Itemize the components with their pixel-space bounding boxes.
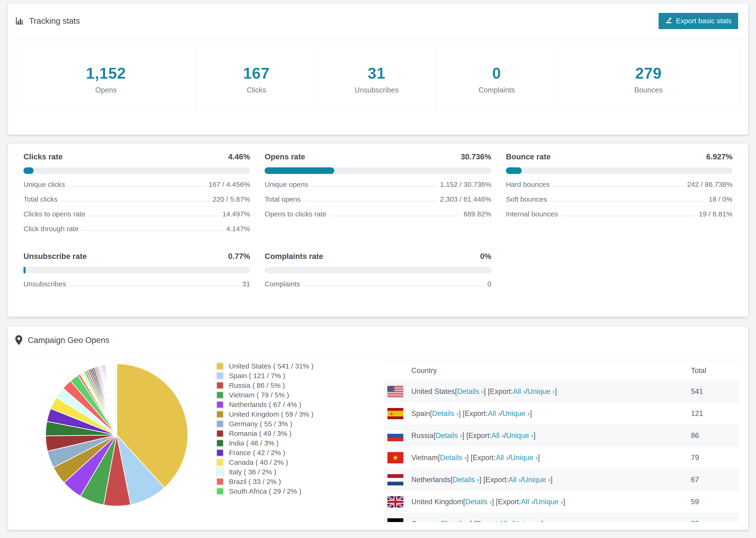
export-all-link[interactable]: All › — [491, 431, 504, 440]
separator-text: / — [500, 409, 503, 418]
legend-swatch-germany — [216, 420, 224, 428]
stat-row-value: 242 / 86.738% — [687, 180, 732, 189]
stat-row-value: 31 — [242, 280, 250, 288]
bounce-rate-head: Bounce rate6.927% — [506, 152, 732, 161]
opens-rate-head: Opens rate30.736% — [265, 152, 491, 161]
legend-item-brazil: Brazil ( 33 / 2% ) — [216, 477, 313, 486]
opens-rate-block: Opens rate30.736%Unique opens1,152 / 30.… — [265, 152, 491, 233]
dotted-leader — [61, 201, 209, 201]
unsubscribe-rate-progress-fill — [24, 267, 26, 273]
separator-text: / — [521, 476, 523, 484]
geo-opens-pie-chart — [45, 363, 189, 507]
export-unique-link[interactable]: Unique › — [506, 431, 533, 440]
country-name: United Kingdom — [411, 498, 463, 506]
legend-label-italy: Italy ( 36 / 2% ) — [229, 468, 276, 476]
tracking-stats-title-group: Tracking stats — [15, 16, 80, 26]
clicks-rate-rows: Unique clicks167 / 4.456%Total clicks220… — [24, 180, 250, 233]
details-link[interactable]: Details › — [453, 476, 479, 484]
dotted-leader — [88, 216, 219, 216]
country-name: Vietnam — [411, 454, 438, 462]
stat-value-clicks: 167 — [243, 64, 270, 82]
country-total: 55 — [691, 520, 699, 522]
stat-row-label: Unsubscribes — [24, 280, 66, 288]
vietnam-flag-icon — [387, 452, 404, 463]
export-unique-link[interactable]: Unique › — [523, 476, 551, 484]
export-all-link[interactable]: All › — [496, 454, 508, 462]
stat-label-complaints: Complaints — [478, 86, 515, 94]
legend-swatch-india — [216, 439, 224, 447]
bounce-rate-title: Bounce rate — [506, 152, 551, 161]
stat-row-click-through-rate: Click through rate4.147% — [24, 225, 250, 233]
details-link[interactable]: Details › — [432, 409, 459, 418]
dotted-leader — [311, 186, 437, 187]
geo-table-header-row: CountryTotal — [384, 361, 739, 381]
export-basic-stats-button[interactable]: Export basic stats — [659, 13, 738, 29]
export-all-link[interactable]: All › — [521, 498, 533, 506]
export-all-link[interactable]: All › — [509, 476, 521, 484]
bracket-text: [ — [451, 476, 453, 484]
bracket-text: ] — [555, 387, 557, 396]
stat-row-soft-bounces: Soft bounces18 / 0% — [506, 195, 732, 203]
bracket-text: [ — [430, 409, 432, 418]
separator-text: / — [508, 454, 511, 462]
rates-card: Clicks rate4.46%Unique clicks167 / 4.456… — [8, 144, 748, 317]
tracking-stats-title: Tracking stats — [29, 16, 80, 26]
stat-row-value: 2,303 / 61.446% — [440, 195, 491, 203]
dotted-leader — [82, 231, 223, 231]
legend-swatch-romania — [216, 430, 224, 438]
opens-rate-value: 30.736% — [460, 152, 491, 161]
stat-value-bounces: 279 — [635, 64, 662, 82]
stat-row-label: Internal bounces — [506, 210, 558, 218]
stat-row-label: Opens to clicks rate — [265, 210, 326, 218]
export-unique-link[interactable]: Unique › — [514, 520, 541, 522]
legend-label-united-states: United States ( 541 / 31% ) — [229, 362, 313, 370]
stat-complaints: 0Complaints — [436, 47, 557, 112]
complaints-rate-progress-bar — [265, 267, 491, 273]
details-link[interactable]: Details › — [443, 520, 470, 522]
bracket-text: [ — [463, 498, 465, 506]
export-all-link[interactable]: All › — [513, 387, 525, 396]
country-total: 86 — [691, 431, 699, 440]
legend-label-south-africa: South Africa ( 29 / 2% ) — [229, 487, 301, 495]
legend-label-brazil: Brazil ( 33 / 2% ) — [229, 478, 281, 486]
bounce-rate-block: Bounce rate6.927%Hard bounces242 / 86.73… — [506, 152, 732, 233]
export-unique-link[interactable]: Unique › — [511, 454, 538, 462]
legend-item-netherlands: Netherlands ( 67 / 4% ) — [216, 400, 313, 409]
details-link[interactable]: Details › — [440, 454, 467, 462]
legend-swatch-canada — [216, 458, 224, 466]
unsubscribe-rate-rows: Unsubscribes31 — [24, 280, 250, 288]
export-unique-link[interactable]: Unique › — [527, 387, 555, 396]
country-name: Germany — [411, 520, 441, 522]
export-unique-link[interactable]: Unique › — [503, 409, 530, 418]
stat-row-value: 167 / 4.456% — [209, 180, 250, 189]
details-link[interactable]: Details › — [465, 498, 492, 506]
details-link[interactable]: Details › — [457, 387, 484, 396]
stat-row-internal-bounces: Internal bounces19 / 6.81% — [506, 210, 732, 218]
unsubscribe-rate-progress-bar — [24, 267, 250, 273]
bracket-text: [ — [455, 387, 457, 396]
legend-item-spain: Spain ( 121 / 7% ) — [216, 371, 313, 381]
stat-row-total-clicks: Total clicks220 / 5.87% — [24, 195, 250, 203]
complaints-rate-head: Complaints rate0% — [265, 252, 491, 261]
stat-row-label: Hard bounces — [506, 180, 550, 189]
details-link[interactable]: Details › — [436, 431, 462, 440]
legend-swatch-russia — [216, 381, 224, 389]
campaign-geo-opens-header: Campaign Geo Opens — [8, 327, 748, 354]
campaign-geo-opens-card: Campaign Geo Opens United States ( 541 /… — [8, 326, 748, 530]
table-row-russia: Russia [Details ›] [Export: All › / Uniq… — [384, 425, 739, 447]
legend-swatch-united-kingdom — [216, 410, 224, 418]
legend-item-vietnam: Vietnam ( 79 / 5% ) — [216, 390, 313, 400]
table-row-germany: Germany [Details ›] [Export: All › / Uni… — [384, 513, 739, 522]
bounce-rate-progress-fill — [506, 167, 522, 174]
export-all-link[interactable]: All › — [499, 520, 512, 522]
legend-swatch-united-states — [216, 362, 224, 370]
legend-item-india: India ( 46 / 3% ) — [216, 438, 313, 448]
export-all-link[interactable]: All › — [488, 409, 500, 418]
complaints-rate-value: 0% — [480, 252, 491, 261]
bracket-text: ] — [551, 476, 553, 484]
stat-row-opens-to-clicks-rate: Opens to clicks rate689.82% — [265, 210, 491, 218]
stat-label-unsubscribes: Unsubscribes — [354, 86, 399, 94]
export-unique-link[interactable]: Unique › — [536, 498, 563, 506]
legend-item-united-kingdom: United Kingdom ( 59 / 3% ) — [216, 409, 313, 419]
stat-value-complaints: 0 — [492, 64, 501, 82]
